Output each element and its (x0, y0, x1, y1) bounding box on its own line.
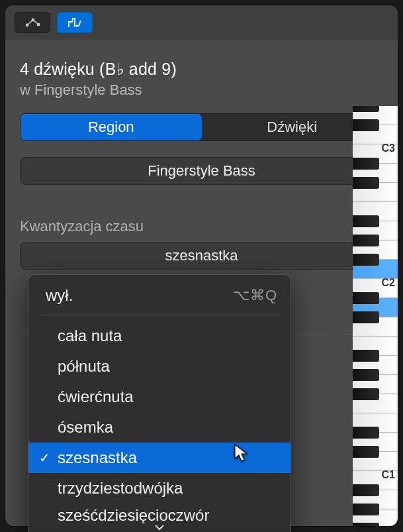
piano-black-key[interactable] (353, 427, 379, 439)
automation-tool-button[interactable] (15, 12, 50, 33)
piano-black-key[interactable] (353, 311, 379, 323)
piano-black-key[interactable] (353, 119, 379, 131)
piano-black-key[interactable] (353, 369, 379, 381)
svg-point-4 (75, 25, 77, 27)
piano-black-key[interactable] (353, 215, 379, 227)
dropdown-scroll-indicator[interactable] (28, 523, 291, 532)
dropdown-item-label: sześćdziesięcioczwór (58, 506, 209, 523)
dropdown-item-label: półnuta (58, 357, 110, 376)
piano-key-label: C2 (382, 277, 395, 289)
dropdown-item-quarter-note[interactable]: ćwierćnuta (28, 382, 291, 412)
region-name-field[interactable]: Fingerstyle Bass (20, 157, 383, 185)
piano-black-key[interactable] (353, 292, 379, 304)
dropdown-item-sixteenth-note[interactable]: ✓ szesnastka (28, 443, 291, 473)
check-icon: ✓ (39, 450, 50, 466)
dropdown-item-label: szesnastka (58, 449, 137, 467)
quantize-select[interactable]: szesnastka (20, 242, 383, 270)
svg-point-3 (73, 25, 75, 27)
piano-black-key[interactable] (353, 504, 379, 515)
quantize-selected-value: szesnastka (165, 247, 238, 264)
selection-subtitle: w Fingerstyle Bass (20, 81, 383, 99)
dropdown-item-off[interactable]: wył. ⌥⌘Q (28, 280, 291, 311)
dropdown-item-label: ćwierćnuta (58, 388, 134, 406)
piano-black-key[interactable] (353, 106, 379, 112)
selection-header: 4 dźwięku (B♭ add 9) w Fingerstyle Bass (5, 40, 398, 113)
piano-roll-tool-button[interactable] (57, 12, 93, 33)
dropdown-item-thirtysecond-note[interactable]: trzydziestodwójka (28, 473, 291, 504)
piano-key-label: C3 (382, 142, 395, 154)
piano-black-key[interactable] (353, 523, 379, 526)
piano-black-key[interactable] (353, 446, 379, 458)
dropdown-item-label: trzydziestodwójka (58, 479, 183, 498)
chevron-down-icon (154, 523, 165, 531)
piano-black-key[interactable] (353, 484, 379, 496)
tab-region[interactable]: Region (21, 114, 202, 140)
piano-keyboard[interactable]: C3C2C1 (353, 106, 398, 526)
dropdown-item-label: cała nuta (58, 327, 122, 345)
quantize-label: Kwantyzacja czasu (20, 218, 383, 235)
selection-title: 4 dźwięku (B♭ add 9) (20, 60, 383, 79)
dropdown-item-whole-note[interactable]: cała nuta (28, 321, 291, 351)
editor-toolbar (5, 5, 398, 40)
piano-black-key[interactable] (353, 388, 379, 400)
quantize-dropdown-menu: wył. ⌥⌘Q cała nuta półnuta ćwierćnuta ós… (28, 274, 291, 532)
piano-black-key[interactable] (353, 177, 379, 189)
inspector-tabs: Region Dźwięki (20, 113, 383, 141)
piano-black-key[interactable] (353, 158, 379, 170)
dropdown-item-sixtyfourth-note[interactable]: sześćdziesięcioczwór (28, 504, 291, 523)
piano-black-key[interactable] (353, 235, 379, 246)
dropdown-item-eighth-note[interactable]: ósemka (28, 412, 291, 443)
dropdown-separator (38, 315, 281, 315)
piano-key-label: C1 (382, 469, 395, 481)
dropdown-shortcut: ⌥⌘Q (233, 287, 277, 304)
piano-black-key[interactable] (353, 254, 379, 266)
dropdown-item-label: wył. (46, 286, 73, 305)
dropdown-item-label: ósemka (58, 418, 113, 437)
dropdown-item-half-note[interactable]: półnuta (28, 351, 291, 382)
piano-black-key[interactable] (353, 350, 379, 362)
